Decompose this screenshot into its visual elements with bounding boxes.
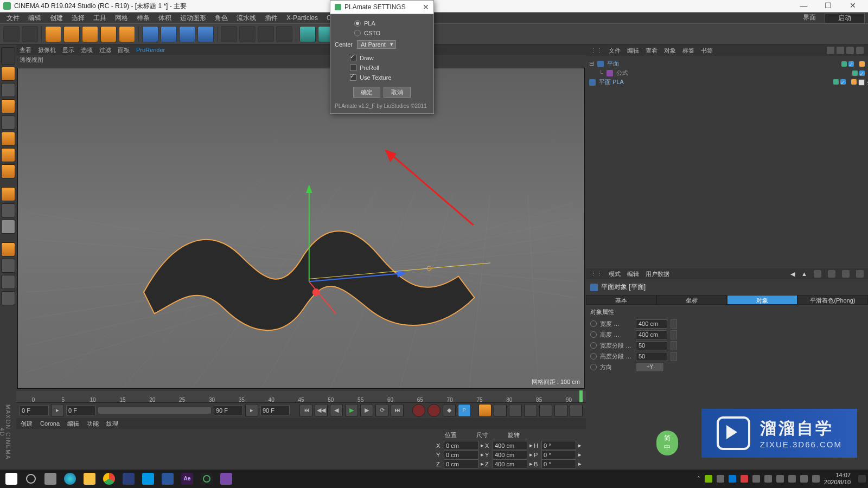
minimize-button[interactable]: —	[792, 0, 816, 12]
menu-edit[interactable]: 编辑	[25, 14, 44, 23]
render-region-button[interactable]	[239, 26, 256, 42]
goto-end-button[interactable]: ⏭	[391, 404, 404, 417]
menu-select[interactable]: 选择	[68, 14, 88, 23]
texture-mode-button[interactable]	[1, 83, 15, 97]
size-Z[interactable]	[493, 459, 527, 468]
rotate-tool[interactable]	[100, 26, 117, 42]
dialog-ok-button[interactable]: 确定	[353, 87, 380, 98]
misc-button[interactable]	[1, 291, 15, 305]
menu-spline[interactable]: 样条	[133, 14, 153, 23]
axis-y-button[interactable]	[161, 26, 177, 42]
app-plugin[interactable]	[217, 471, 235, 486]
viewport-solo-button[interactable]	[1, 259, 15, 273]
key-param-button[interactable]	[524, 404, 537, 417]
timeline-slider[interactable]	[98, 407, 212, 414]
check-draw[interactable]	[350, 55, 356, 61]
render-settings-button[interactable]	[276, 26, 292, 42]
attr-radio-3[interactable]	[590, 353, 597, 359]
menu-character[interactable]: 角色	[212, 14, 231, 23]
tray-misc2-icon[interactable]	[788, 475, 796, 483]
center-dropdown[interactable]: At Parent	[357, 40, 396, 49]
tray-misc1-icon[interactable]	[776, 475, 784, 483]
lasttool-button[interactable]	[119, 26, 135, 42]
maximize-button[interactable]: ☐	[816, 0, 840, 12]
attr-opt2-icon[interactable]	[828, 270, 835, 278]
axis-x-button[interactable]	[142, 26, 158, 42]
model-mode-button[interactable]	[1, 67, 15, 81]
tray-misc3-icon[interactable]	[812, 475, 820, 483]
axis-tool-button[interactable]	[1, 187, 15, 201]
tray-ime-icon[interactable]	[800, 475, 808, 483]
undo-button[interactable]	[3, 26, 20, 42]
om-view-icon[interactable]	[846, 47, 854, 54]
layout-dropdown[interactable]: 启动	[825, 13, 865, 23]
key-scale-button[interactable]	[494, 404, 507, 417]
keyframe-button[interactable]: ◆	[443, 404, 456, 417]
attr-radio-2[interactable]	[590, 342, 597, 349]
attr-opt1-icon[interactable]	[814, 270, 821, 278]
dialog-cancel-button[interactable]: 取消	[384, 87, 411, 98]
tree-row-plane-pla[interactable]: 平面 PLA ✓⋮⋮	[589, 78, 865, 87]
attr-nav-back-icon[interactable]: ◀	[790, 271, 795, 278]
menu-mograph[interactable]: 运动图形	[177, 14, 209, 23]
menu-pipeline[interactable]: 流水线	[233, 14, 259, 23]
tray-vol-icon[interactable]	[764, 475, 772, 483]
frame-end-spin[interactable]: ▸	[245, 404, 258, 417]
next-key-button[interactable]: ⟳	[375, 404, 388, 417]
close-button[interactable]: ✕	[840, 0, 865, 12]
attr-tab-edit[interactable]: 编辑	[627, 270, 639, 278]
menu-volume[interactable]: 体积	[155, 14, 175, 23]
attr-opt4-icon[interactable]	[856, 270, 864, 278]
prev-key-button[interactable]: ◀◀	[315, 404, 328, 417]
om-tab-object[interactable]: 对象	[664, 47, 676, 55]
mat-tab-function[interactable]: 功能	[87, 420, 99, 428]
rot-P[interactable]	[541, 450, 576, 459]
attr-tab-phong[interactable]: 平滑着色(Phong)	[797, 295, 868, 305]
timeline-ruler[interactable]: 051015202530354045505560657075808590	[16, 390, 586, 402]
vp-menu-panel[interactable]: 面板	[118, 46, 130, 54]
attr-tab-object[interactable]: 对象	[727, 295, 797, 305]
radio-pla[interactable]	[354, 20, 361, 27]
viewport-lock-button[interactable]	[1, 275, 15, 289]
dialog-close-button[interactable]: ✕	[423, 3, 429, 11]
om-layer-icon[interactable]	[856, 47, 864, 54]
tray-net-icon[interactable]	[752, 475, 760, 483]
editable-icon[interactable]	[1, 47, 15, 65]
app-todesk[interactable]	[139, 471, 157, 486]
attr-tab-userdata[interactable]: 用户数据	[646, 270, 669, 278]
vp-menu-view[interactable]: 查看	[20, 46, 31, 54]
tray-red-icon[interactable]	[741, 475, 748, 483]
tweak-button[interactable]	[1, 242, 15, 256]
tray-nvidia-icon[interactable]	[705, 475, 712, 483]
attr-spin-3[interactable]	[671, 352, 677, 361]
menu-create[interactable]: 创建	[47, 14, 66, 23]
attr-input-0[interactable]	[636, 319, 667, 329]
play-button[interactable]: ▶	[345, 404, 358, 417]
menu-mesh[interactable]: 网格	[112, 14, 131, 23]
rot-H[interactable]	[541, 441, 576, 450]
tray-onedrive-icon[interactable]	[729, 475, 736, 483]
tray-shield-icon[interactable]	[717, 475, 724, 483]
attr-tab-basic[interactable]: 基本	[586, 295, 656, 305]
frame-end-input[interactable]	[214, 406, 243, 415]
point-mode-button[interactable]	[1, 132, 15, 146]
mat-tab-edit[interactable]: 编辑	[67, 420, 79, 428]
key-pos-button[interactable]	[478, 404, 492, 417]
prev-frame-button[interactable]: ◀	[330, 404, 343, 417]
attr-input-2[interactable]	[636, 341, 667, 350]
check-usetexture[interactable]	[350, 74, 356, 81]
frame-max-input[interactable]	[260, 406, 290, 415]
vp-menu-display[interactable]: 显示	[62, 46, 74, 54]
mat-tab-create[interactable]: 创建	[21, 420, 33, 428]
start-button[interactable]	[2, 471, 21, 486]
next-frame-button[interactable]: ▶	[360, 404, 373, 417]
menu-tools[interactable]: 工具	[90, 14, 110, 23]
vp-menu-camera[interactable]: 摄像机	[38, 46, 56, 54]
frame-start-spin[interactable]: ▸	[51, 404, 64, 417]
object-tree[interactable]: ⊟ 平面 ✓ └ 公式 ✓ 平面 PLA ✓⋮⋮	[586, 56, 868, 268]
vp-menu-filter[interactable]: 过滤	[99, 46, 111, 54]
attr-input-1[interactable]	[636, 330, 667, 339]
attr-opt3-icon[interactable]	[842, 270, 850, 278]
om-filter-icon[interactable]	[837, 47, 844, 54]
om-tab-view[interactable]: 查看	[646, 47, 658, 55]
